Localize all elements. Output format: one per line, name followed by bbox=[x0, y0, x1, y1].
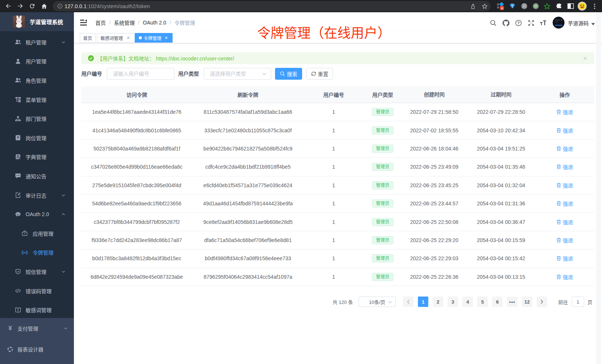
svg-text:⌘: ⌘ bbox=[522, 4, 526, 8]
svg-text:?: ? bbox=[517, 20, 520, 25]
svg-text:9: 9 bbox=[501, 7, 503, 10]
